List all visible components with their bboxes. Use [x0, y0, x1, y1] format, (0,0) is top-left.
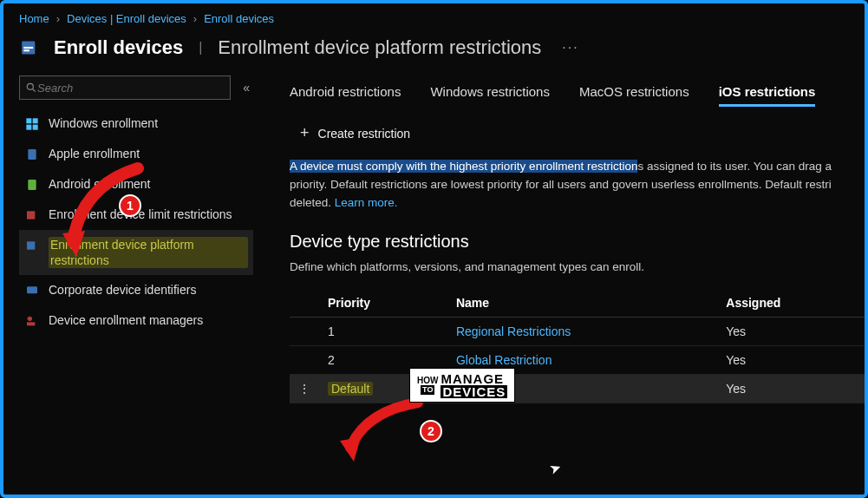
svg-rect-15	[27, 323, 35, 326]
svg-rect-1	[23, 47, 33, 49]
enroll-devices-icon	[19, 36, 43, 60]
sidebar-item-corporate-identifiers[interactable]: Corporate device identifiers	[19, 275, 253, 305]
watermark-logo: HOW TO MANAGE DEVICES	[409, 368, 515, 403]
breadcrumb: Home › Devices | Enroll devices › Enroll…	[3, 3, 865, 30]
svg-rect-7	[26, 125, 31, 130]
sidebar-item-enrollment-managers[interactable]: Device enrollment managers	[19, 305, 253, 336]
row-menu-icon[interactable]	[290, 317, 319, 345]
svg-rect-6	[33, 118, 38, 123]
search-input[interactable]	[37, 82, 225, 95]
sidebar-item-label: Windows enrollment	[49, 115, 158, 131]
sidebar-nav: Windows enrollment Apple enrollment Andr…	[19, 108, 253, 336]
sidebar-item-label: Device enrollment managers	[49, 312, 203, 328]
manager-icon	[24, 313, 40, 329]
section-sub: Define which platforms, versions, and ma…	[290, 260, 865, 273]
chevron-right-icon: ›	[193, 12, 197, 25]
table-row[interactable]: 1 Regional Restrictions Yes	[290, 317, 865, 345]
title-divider: |	[199, 40, 202, 56]
sidebar: « Windows enrollment Apple enrollment An…	[3, 75, 264, 492]
sidebar-item-android-enrollment[interactable]: Android enrollment	[19, 169, 253, 200]
apple-icon	[24, 147, 40, 162]
chevron-right-icon: ›	[56, 12, 60, 25]
page-header: Enroll devices | Enrollment device platf…	[3, 30, 865, 75]
collapse-sidebar-button[interactable]: «	[239, 77, 253, 98]
limit-icon	[24, 207, 40, 223]
more-actions-button[interactable]: ···	[562, 40, 578, 56]
cell-assigned: Yes	[717, 345, 865, 374]
tab-android-restrictions[interactable]: Android restrictions	[290, 79, 401, 107]
android-icon	[24, 177, 40, 193]
tab-macos-restrictions[interactable]: MacOS restrictions	[579, 79, 689, 107]
svg-point-14	[28, 317, 32, 321]
identifier-icon	[24, 283, 40, 298]
annotation-badge-1: 1	[119, 194, 141, 217]
svg-rect-8	[33, 125, 38, 130]
info-text: A device must comply with the highest pr…	[290, 158, 865, 213]
breadcrumb-home[interactable]: Home	[19, 12, 49, 25]
sidebar-item-label: Corporate device identifiers	[49, 282, 196, 298]
table-row[interactable]: ⋮ Default All Users Yes	[290, 374, 865, 403]
create-restriction-label: Create restriction	[318, 127, 411, 141]
svg-rect-11	[27, 211, 35, 219]
search-icon	[25, 82, 37, 94]
svg-point-3	[27, 83, 33, 89]
cell-assigned: Yes	[717, 374, 865, 403]
sidebar-item-apple-enrollment[interactable]: Apple enrollment	[19, 139, 253, 169]
svg-rect-10	[28, 180, 36, 190]
sidebar-item-windows-enrollment[interactable]: Windows enrollment	[19, 108, 253, 139]
col-name[interactable]: Name	[447, 289, 717, 318]
breadcrumb-enroll[interactable]: Enroll devices	[204, 12, 274, 25]
col-priority[interactable]: Priority	[319, 289, 447, 318]
row-menu-icon[interactable]	[290, 345, 319, 374]
svg-rect-5	[26, 118, 31, 123]
search-box[interactable]	[19, 75, 231, 100]
svg-line-4	[33, 89, 36, 92]
sidebar-item-label: Android enrollment	[49, 176, 151, 192]
plus-icon: +	[300, 124, 310, 142]
annotation-badge-2: 2	[420, 420, 442, 442]
main-panel: Android restrictions Windows restriction…	[264, 75, 865, 492]
row-menu-icon[interactable]: ⋮	[290, 374, 319, 403]
svg-rect-9	[28, 149, 36, 160]
tab-ios-restrictions[interactable]: iOS restrictions	[719, 79, 816, 107]
sidebar-item-platform-restrictions[interactable]: Enrollment device platform restrictions	[19, 230, 253, 275]
info-highlight: A device must comply with the highest pr…	[290, 160, 637, 173]
page-title-sub: Enrollment device platform restrictions	[218, 36, 541, 59]
col-assigned[interactable]: Assigned	[717, 289, 865, 318]
sidebar-item-label: Apple enrollment	[49, 146, 140, 161]
breadcrumb-devices[interactable]: Devices | Enroll devices	[67, 12, 186, 25]
page-title-main: Enroll devices	[54, 36, 183, 59]
table-row[interactable]: 2 Global Restriction Yes	[290, 345, 865, 374]
sidebar-item-label: Enrollment device platform restrictions	[49, 237, 248, 268]
svg-rect-13	[27, 287, 37, 294]
tab-windows-restrictions[interactable]: Windows restrictions	[430, 79, 550, 107]
create-restriction-button[interactable]: + Create restriction	[290, 124, 865, 142]
cell-name-link[interactable]: Regional Restrictions	[447, 317, 717, 345]
learn-more-link[interactable]: Learn more.	[335, 196, 398, 209]
restrictions-table: Priority Name Assigned 1 Regional Restri…	[290, 289, 865, 403]
platform-icon	[24, 238, 40, 253]
svg-rect-2	[23, 49, 29, 51]
windows-icon	[24, 116, 40, 132]
cell-assigned: Yes	[717, 317, 865, 345]
svg-rect-12	[27, 241, 35, 249]
cell-priority: 1	[319, 317, 447, 345]
tabs: Android restrictions Windows restriction…	[290, 79, 865, 107]
section-title: Device type restrictions	[290, 232, 865, 252]
